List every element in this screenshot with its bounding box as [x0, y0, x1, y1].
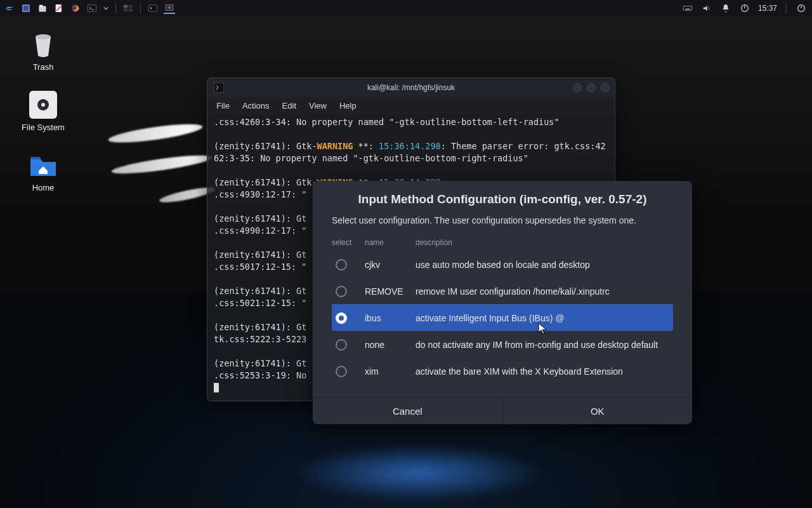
- dialog-button-row: Cancel OK: [313, 397, 692, 424]
- desktop-icon-label: Home: [32, 183, 55, 192]
- list-row[interactable]: ibusactivate Intelligent Input Bus (IBus…: [332, 304, 673, 331]
- radio-button[interactable]: [336, 286, 347, 297]
- term-line: (zenity:61741): Gt: [214, 358, 306, 368]
- term-line: (zenity:61741): Gt: [214, 322, 306, 332]
- ok-button[interactable]: OK: [503, 398, 693, 424]
- svg-point-24: [41, 103, 45, 107]
- term-line: (zenity:61741): Gtk: [214, 177, 311, 187]
- term-line: **:: [353, 141, 379, 151]
- home-folder-icon: [29, 151, 57, 179]
- dialog-list: select name description cjkvuse auto mod…: [332, 236, 673, 384]
- col-name: name: [365, 238, 416, 247]
- menu-view[interactable]: View: [309, 101, 327, 110]
- term-line: .css:5253:3-19: No: [214, 370, 306, 380]
- term-line: .css:4260:3-34: No property named "-gtk-…: [214, 117, 560, 127]
- svg-rect-9: [124, 9, 128, 12]
- svg-rect-11: [148, 5, 157, 12]
- svg-point-22: [36, 34, 51, 39]
- term-line: (zenity:61741): Gtk-: [214, 141, 317, 151]
- list-row[interactable]: REMOVEremove IM user configuration /home…: [332, 277, 673, 304]
- window-close-button[interactable]: [601, 83, 610, 92]
- radio-button[interactable]: [336, 339, 347, 351]
- panel-separator: [786, 3, 787, 13]
- row-name: ibus: [365, 313, 416, 323]
- cancel-button[interactable]: Cancel: [313, 398, 503, 424]
- radio-button[interactable]: [336, 312, 347, 324]
- window-minimize-button[interactable]: [573, 83, 582, 92]
- term-timestamp: 15:36:14.298: [379, 141, 441, 151]
- desktop-icon-home[interactable]: Home: [18, 151, 69, 192]
- col-select: select: [332, 238, 365, 247]
- panel-app-icon[interactable]: [20, 3, 32, 14]
- row-name: none: [365, 340, 416, 350]
- drive-icon: [29, 91, 57, 119]
- svg-rect-13: [683, 6, 691, 11]
- svg-rect-2: [39, 7, 46, 11]
- trash-icon: [29, 30, 57, 58]
- terminal-titlebar[interactable]: kali@kali: /mnt/hgfs/jinsuk: [207, 78, 615, 97]
- term-warn: WARNING: [317, 141, 353, 151]
- dialog-subtitle: Select user configuration. The user conf…: [313, 215, 692, 232]
- taskbar-terminal-icon[interactable]: [147, 3, 159, 14]
- notification-icon[interactable]: [720, 3, 731, 14]
- svg-rect-5: [88, 5, 96, 12]
- menu-file[interactable]: File: [216, 101, 230, 110]
- kali-menu-icon[interactable]: [4, 3, 15, 14]
- menu-help[interactable]: Help: [339, 101, 357, 110]
- wallpaper-glow: [292, 444, 546, 502]
- taskbar-dialog-icon[interactable]: [164, 3, 175, 14]
- chevron-down-icon[interactable]: [103, 3, 109, 14]
- col-description: description: [416, 238, 673, 247]
- menu-actions[interactable]: Actions: [242, 101, 270, 110]
- svg-rect-7: [124, 5, 128, 8]
- radio-button[interactable]: [336, 259, 347, 271]
- workspace-switcher-icon[interactable]: [122, 3, 134, 14]
- row-description: activate Intelligent Input Bus (IBus) @: [416, 313, 673, 323]
- term-line: (zenity:61741): Gt: [214, 213, 306, 224]
- term-line: .css:4990:12-17: ": [214, 225, 306, 236]
- svg-rect-8: [129, 5, 133, 8]
- session-icon[interactable]: [796, 3, 807, 14]
- menu-edit[interactable]: Edit: [282, 101, 296, 110]
- row-description: remove IM user configuration /home/kali/…: [416, 286, 673, 297]
- terminal-cursor: [214, 383, 219, 392]
- keyboard-icon[interactable]: [682, 3, 693, 14]
- wallpaper-wave: [111, 152, 213, 177]
- dialog-title: Input Method Configuration (im-config, v…: [313, 181, 692, 215]
- text-editor-icon[interactable]: [53, 3, 65, 14]
- row-description: do not activate any IM from im-config an…: [416, 340, 673, 350]
- list-header: select name description: [332, 236, 673, 251]
- term-line: (zenity:61741): Gt: [214, 286, 306, 296]
- files-icon[interactable]: [37, 3, 48, 14]
- wallpaper-wave: [107, 121, 203, 147]
- row-name: xim: [365, 366, 416, 377]
- term-line: tk.css:5222:3-5223: [214, 334, 306, 344]
- im-config-dialog: Input Method Configuration (im-config, v…: [313, 181, 692, 424]
- desktop-icon-filesystem[interactable]: File System: [18, 91, 69, 132]
- term-line: .css:5017:12-15: ": [214, 262, 306, 272]
- list-row[interactable]: ximactivate the bare XIM with the X Keyb…: [332, 358, 673, 384]
- svg-rect-1: [23, 6, 29, 11]
- svg-rect-10: [129, 9, 133, 12]
- terminal-menubar: File Actions Edit View Help: [207, 97, 615, 114]
- terminal-icon[interactable]: [86, 3, 98, 14]
- term-line: .css:5021:12-15: ": [214, 298, 306, 308]
- desktop-icon-label: Trash: [33, 62, 54, 72]
- window-maximize-button[interactable]: [587, 83, 596, 92]
- terminal-title: kali@kali: /mnt/hgfs/jinsuk: [367, 83, 455, 92]
- list-row[interactable]: cjkvuse auto mode based on locale and de…: [332, 251, 673, 277]
- term-line: (zenity:61741): Gt: [214, 250, 306, 260]
- term-line: .css:4930:12-17: ": [214, 189, 306, 199]
- firefox-icon[interactable]: [70, 3, 81, 14]
- desktop-icon-trash[interactable]: Trash: [18, 30, 69, 72]
- volume-icon[interactable]: [701, 3, 712, 14]
- power-icon[interactable]: [739, 3, 750, 14]
- svg-rect-25: [214, 83, 224, 93]
- top-panel: 15:37: [0, 0, 812, 17]
- clock[interactable]: 15:37: [758, 4, 777, 13]
- list-row[interactable]: nonedo not activate any IM from im-confi…: [332, 331, 673, 358]
- row-name: cjkv: [365, 260, 416, 270]
- radio-button[interactable]: [336, 366, 347, 377]
- row-description: use auto mode based on locale and deskto…: [416, 260, 673, 270]
- terminal-icon: [214, 83, 224, 93]
